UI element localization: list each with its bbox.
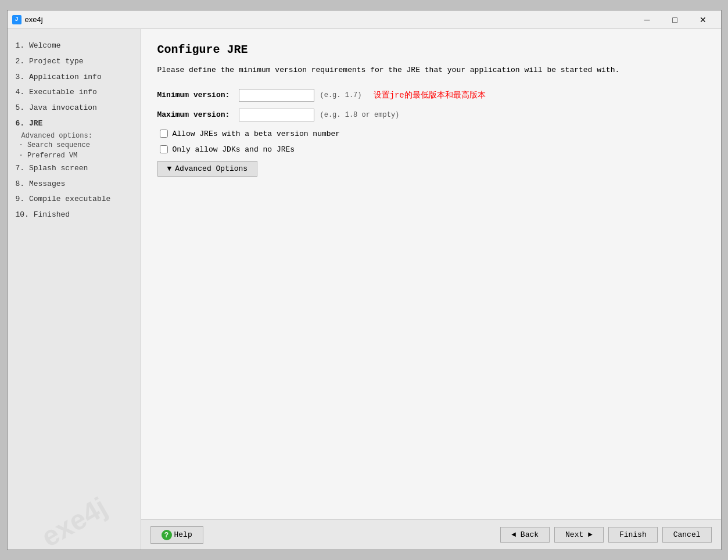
sidebar-watermark: exe4j bbox=[8, 475, 139, 550]
sidebar: 1. Welcome 2. Project type 3. Applicatio… bbox=[8, 29, 141, 550]
min-version-label: Minimum version: bbox=[157, 91, 233, 99]
next-label: Next ► bbox=[565, 530, 593, 539]
main-content: Configure JRE Please define the minimum … bbox=[141, 29, 721, 519]
finish-label: Finish bbox=[619, 530, 647, 539]
sidebar-advanced-options-header: Advanced options: bbox=[15, 132, 134, 140]
min-version-input[interactable] bbox=[239, 89, 314, 102]
sidebar-item-search-sequence[interactable]: · Search sequence bbox=[15, 140, 134, 150]
title-bar: J exe4j ─ □ ✕ bbox=[8, 10, 721, 29]
footer-right: ◄ Back Next ► Finish Cancel bbox=[500, 527, 711, 543]
sidebar-item-java-invocation[interactable]: 5. Java invocation bbox=[15, 100, 134, 116]
version-annotation: 设置jre的最低版本和最高版本 bbox=[374, 90, 486, 100]
finish-button[interactable]: Finish bbox=[608, 527, 658, 543]
help-icon: ? bbox=[162, 530, 172, 540]
minimize-button[interactable]: ─ bbox=[634, 12, 661, 28]
footer: ? Help ◄ Back Next ► Finish Canc bbox=[141, 519, 721, 550]
advanced-options-button[interactable]: ▼ Advanced Options bbox=[157, 161, 258, 177]
footer-left: ? Help bbox=[150, 526, 203, 544]
cancel-button[interactable]: Cancel bbox=[662, 527, 712, 543]
page-title: Configure JRE bbox=[157, 43, 705, 56]
main-window: J exe4j ─ □ ✕ 1. Welcome 2. Project type… bbox=[7, 10, 722, 550]
allow-beta-checkbox[interactable] bbox=[160, 130, 168, 138]
app-icon: J bbox=[12, 15, 21, 24]
max-version-label: Maximum version: bbox=[157, 110, 233, 119]
max-version-input[interactable] bbox=[239, 109, 314, 121]
max-version-hint: (e.g. 1.8 or empty) bbox=[320, 111, 400, 119]
close-button[interactable]: ✕ bbox=[690, 12, 716, 28]
advanced-options-arrow-icon: ▼ bbox=[167, 164, 172, 173]
only-jdks-row: Only allow JDKs and no JREs bbox=[157, 145, 705, 154]
sidebar-item-splash-screen[interactable]: 7. Splash screen bbox=[15, 161, 134, 177]
page-description: Please define the minimum version requir… bbox=[157, 64, 705, 76]
next-button[interactable]: Next ► bbox=[554, 527, 604, 543]
window-title: exe4j bbox=[25, 15, 43, 24]
sidebar-item-executable-info[interactable]: 4. Executable info bbox=[15, 85, 134, 100]
min-version-row: Minimum version: (e.g. 1.7) 设置jre的最低版本和最… bbox=[157, 89, 705, 102]
only-jdks-label: Only allow JDKs and no JREs bbox=[173, 145, 295, 154]
title-bar-left: J exe4j bbox=[12, 15, 43, 24]
help-button[interactable]: ? Help bbox=[150, 526, 203, 544]
sidebar-item-preferred-vm[interactable]: · Preferred VM bbox=[15, 150, 134, 161]
sidebar-item-finished[interactable]: 10. Finished bbox=[15, 207, 134, 223]
sidebar-item-application-info[interactable]: 3. Application info bbox=[15, 70, 134, 85]
help-label: Help bbox=[174, 530, 192, 539]
title-bar-controls: ─ □ ✕ bbox=[634, 12, 716, 28]
content-area: 1. Welcome 2. Project type 3. Applicatio… bbox=[8, 29, 721, 550]
sidebar-item-compile-executable[interactable]: 9. Compile executable bbox=[15, 192, 134, 207]
sidebar-item-project-type[interactable]: 2. Project type bbox=[15, 54, 134, 70]
only-jdks-checkbox[interactable] bbox=[160, 145, 168, 153]
sidebar-item-messages[interactable]: 8. Messages bbox=[15, 177, 134, 192]
advanced-options-label: Advanced Options bbox=[175, 164, 248, 173]
sidebar-item-jre[interactable]: 6. JRE bbox=[15, 116, 134, 132]
min-version-hint: (e.g. 1.7) bbox=[320, 91, 362, 99]
maximize-button[interactable]: □ bbox=[662, 12, 688, 28]
sidebar-item-welcome[interactable]: 1. Welcome bbox=[15, 38, 134, 54]
back-label: ◄ Back bbox=[511, 530, 539, 539]
main-panel: Configure JRE Please define the minimum … bbox=[141, 29, 721, 550]
allow-beta-label: Allow JREs with a beta version number bbox=[173, 130, 340, 138]
max-version-row: Maximum version: (e.g. 1.8 or empty) bbox=[157, 109, 705, 121]
back-button[interactable]: ◄ Back bbox=[500, 527, 550, 543]
allow-beta-row: Allow JREs with a beta version number bbox=[157, 130, 705, 138]
cancel-label: Cancel bbox=[673, 530, 701, 539]
